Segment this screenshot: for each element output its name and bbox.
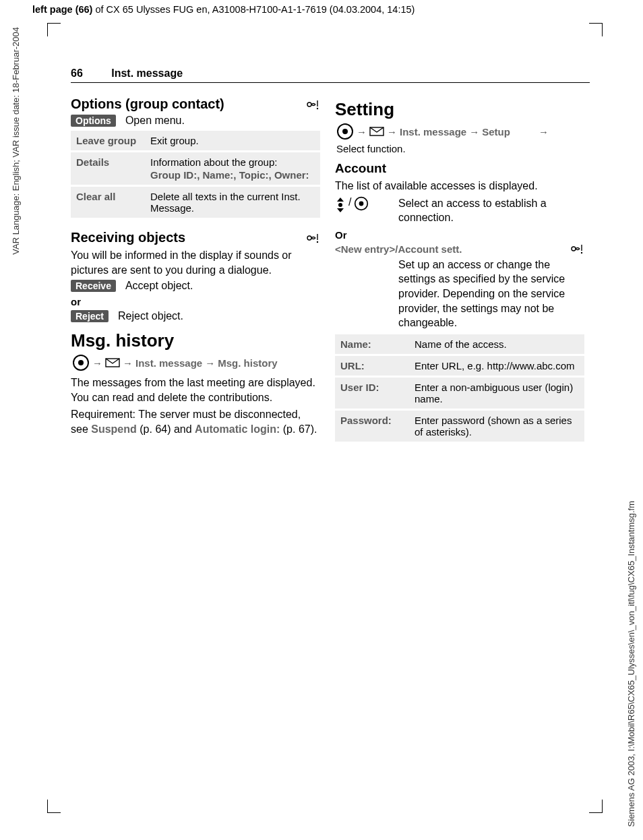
arrow-icon: → [357,126,367,138]
details-subfields: Group ID:, Name:, Topic:, Owner: [150,169,315,181]
path-inst-message: Inst. message [135,357,202,369]
new-entry-desc: Set up an access or change the settings … [398,258,584,330]
heading-options-group: Options (group contact) [71,96,224,112]
cell-val: Enter password (shown as a series of ast… [409,409,584,442]
svg-point-10 [342,129,348,134]
left-column: Options (group contact) Options Open men… [71,91,320,446]
heading-receiving-objects: Receiving objects [71,230,185,245]
heading-setting: Setting [335,99,584,120]
envelope-icon [105,357,120,368]
link-suspend: Suspend [91,423,137,435]
text-frag: (p. 64) and [137,423,195,435]
reject-softkey[interactable]: Reject [71,310,109,322]
crop-mark [47,800,61,813]
table-row: Leave group Exit group. [71,131,320,152]
center-key-icon [336,123,354,140]
account-settings-table: Name: Name of the access. URL: Enter URL… [335,334,584,442]
options-softkey[interactable]: Options [71,115,116,127]
svg-point-13 [338,203,342,207]
cell-key: User ID: [335,376,409,409]
table-row: URL: Enter URL, e.g. http://www.abc.com [335,355,584,376]
cell-val: Exit group. [145,131,320,152]
select-access-text: Select an access to establish a connecti… [398,196,584,225]
svg-point-0 [307,102,311,107]
cell-key: Clear all [71,186,145,218]
crop-mark [589,23,603,36]
msg-history-p1: The messages from the last meeting are d… [71,376,320,404]
reject-text: Reject object. [118,310,183,322]
page-number: 66 [71,67,83,79]
receive-softkey[interactable]: Receive [71,280,116,292]
side-margin-left: VAR Language: English; VAR issue date: 1… [11,27,21,255]
table-row: Clear all Delete all texts in the curren… [71,186,320,218]
heading-account: Account [335,161,584,176]
cell-val: Name of the access. [409,334,584,355]
provider-icon [305,233,320,243]
or-label: or [71,296,320,307]
path-select-function: Select function. [336,143,406,154]
side-margin-right: Siemens AG 2003, I:\Mobil\R65\CX65_Ulyss… [626,501,636,827]
svg-point-7 [78,360,84,365]
svg-point-3 [307,236,311,240]
arrow-icon: → [123,357,133,369]
link-auto-login: Automatic login: [195,423,280,435]
arrow-icon: → [387,126,397,138]
receiving-objects-text: You will be informed in the display if s… [71,248,320,277]
svg-point-5 [317,241,318,242]
page-body: 66 Inst. message Options (group contact)… [71,67,590,446]
table-row: Name: Name of the access. [335,334,584,355]
cell-val: Enter a non-ambiguous user (login) name. [409,376,584,409]
cell-key: Password: [335,409,409,442]
envelope-icon [369,126,384,137]
cell-key: Name: [335,334,409,355]
account-text: The list of available accesses is displa… [335,179,584,193]
options-table: Leave group Exit group. Details Informat… [71,131,320,218]
nav-path-setting: → → Inst. message → Setup → Select funct… [336,123,584,154]
nav-path-msg-history: → → Inst. message → Msg. history [72,354,320,371]
new-entry-label: <New entry>/Account sett. [335,243,462,255]
provider-icon [305,99,320,110]
table-row: Password: Enter password (shown as a ser… [335,409,584,442]
provider-icon [570,243,584,254]
right-column: Setting → → Inst. message → Setup → Sele… [335,91,584,446]
center-key-icon [354,196,369,211]
text-frag: (p. 67). [280,423,317,435]
svg-marker-14 [337,208,344,212]
options-open-text: Open menu. [125,115,185,127]
arrow-icon: → [205,357,215,369]
print-header: left page (66) of CX 65 Ulysses FUG en, … [32,4,415,15]
crop-mark [589,800,603,813]
table-row: User ID: Enter a non-ambiguous user (log… [335,376,584,409]
center-key-icon [72,354,90,371]
path-inst-message: Inst. message [400,126,466,138]
msg-history-p2: Requirement: The server must be disconne… [71,407,320,436]
print-header-bold: left page (66) [32,4,92,15]
crop-mark [47,23,61,36]
svg-point-2 [317,107,318,109]
cell-key: URL: [335,355,409,376]
cell-key: Details [71,152,145,186]
or-label: Or [335,229,584,241]
cell-val: Information about the group: Group ID:, … [145,152,320,186]
cell-key: Leave group [71,131,145,152]
path-msg-history: Msg. history [218,357,277,369]
svg-point-17 [572,247,576,251]
nav-updown-icon [335,196,346,214]
page-section-title: Inst. message [111,67,183,79]
heading-msg-history: Msg. history [71,330,320,351]
receive-text: Accept object. [125,280,193,292]
cell-val: Enter URL, e.g. http://www.abc.com [409,355,584,376]
cell-val: Delete all texts in the current Inst. Me… [145,186,320,218]
arrow-icon: → [92,357,102,369]
slash: / [348,196,351,208]
svg-point-19 [581,252,582,253]
arrow-icon: → [469,126,479,138]
table-row: Details Information about the group: Gro… [71,152,320,186]
details-text: Information about the group: [150,156,277,168]
arrow-icon: → [539,126,549,138]
print-header-rest: of CX 65 Ulysses FUG en, A31008-H7100-A1… [92,4,415,15]
path-setup: Setup [482,126,510,138]
page-header: 66 Inst. message [71,67,590,83]
svg-marker-12 [337,198,344,202]
svg-point-16 [359,201,364,206]
